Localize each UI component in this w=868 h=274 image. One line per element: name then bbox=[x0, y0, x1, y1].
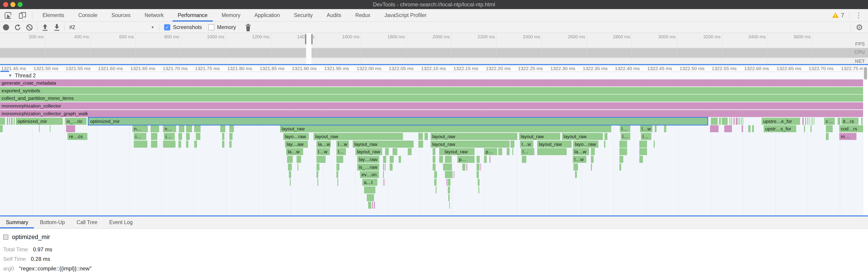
flame-bar[interactable]: l…w bbox=[316, 148, 330, 155]
flame-bar[interactable] bbox=[743, 118, 743, 125]
flame-bar[interactable]: l… bbox=[621, 133, 630, 140]
flame-bar[interactable] bbox=[385, 148, 389, 155]
overview-selection-window[interactable] bbox=[306, 33, 312, 64]
flame-bar[interactable]: i… bbox=[134, 133, 146, 140]
flame-bar[interactable] bbox=[446, 179, 447, 186]
screenshots-checkbox[interactable]: ✓ bbox=[164, 24, 170, 30]
flame-bar[interactable]: layout_raw bbox=[355, 148, 382, 155]
flame-bar[interactable] bbox=[393, 148, 397, 155]
flame-bar[interactable] bbox=[316, 171, 318, 178]
flame-bar[interactable] bbox=[178, 141, 181, 148]
save-profile-button[interactable] bbox=[51, 23, 63, 32]
flame-bar[interactable] bbox=[664, 125, 666, 132]
flame-bar[interactable]: layo…raw bbox=[283, 133, 309, 140]
flame-bar[interactable]: layout_raw bbox=[562, 133, 603, 140]
tab-application[interactable]: Application bbox=[247, 9, 287, 22]
flame-bar[interactable] bbox=[809, 118, 810, 125]
flame-bar[interactable] bbox=[289, 171, 291, 178]
flame-bar[interactable]: l… bbox=[620, 125, 630, 132]
flame-bar[interactable] bbox=[439, 156, 443, 163]
flame-bar[interactable] bbox=[383, 179, 384, 186]
flame-bar[interactable] bbox=[748, 125, 750, 132]
flame-bar[interactable] bbox=[336, 156, 343, 163]
flame-bar[interactable] bbox=[368, 202, 371, 209]
flame-bar[interactable]: it…rs bbox=[841, 118, 859, 125]
flame-bar[interactable] bbox=[739, 118, 740, 125]
flame-bar[interactable] bbox=[804, 125, 805, 132]
flame-bar[interactable] bbox=[861, 118, 863, 125]
flame-bar[interactable] bbox=[814, 118, 814, 125]
flame-bar[interactable]: c… bbox=[824, 118, 835, 125]
tab-security[interactable]: Security bbox=[287, 9, 320, 22]
load-profile-button[interactable] bbox=[39, 23, 51, 32]
tab-redux[interactable]: Redux bbox=[348, 9, 377, 22]
flame-bar[interactable]: layout_raw bbox=[431, 141, 509, 148]
flame-bar[interactable] bbox=[7, 118, 8, 125]
flame-bar[interactable] bbox=[736, 118, 738, 125]
flame-bar[interactable] bbox=[222, 141, 224, 148]
flame-bar[interactable] bbox=[229, 133, 232, 140]
flame-bar[interactable]: lay…aw bbox=[285, 141, 308, 148]
flame-bar[interactable] bbox=[439, 148, 443, 155]
tab-sources[interactable]: Sources bbox=[104, 9, 137, 22]
timeline-overview[interactable]: 200 ms400 ms600 ms800 ms1000 ms1200 ms14… bbox=[0, 33, 868, 64]
detail-tab-call-tree[interactable]: Call Tree bbox=[71, 216, 103, 228]
device-toolbar-icon[interactable] bbox=[16, 10, 29, 20]
flame-bar[interactable]: cod…rs bbox=[839, 125, 863, 132]
flame-bar[interactable] bbox=[604, 141, 606, 148]
flame-bar[interactable]: la…w bbox=[316, 141, 331, 148]
flame-bar[interactable]: upstre…e_for bbox=[762, 118, 800, 125]
reload-and-profile-button[interactable] bbox=[12, 23, 24, 32]
flame-bar[interactable]: l…w bbox=[573, 156, 586, 163]
flame-bar[interactable] bbox=[383, 171, 384, 178]
inspect-element-icon[interactable] bbox=[1, 10, 14, 20]
flame-bar[interactable] bbox=[151, 133, 157, 140]
flame-bar[interactable] bbox=[374, 202, 375, 209]
flame-bar[interactable] bbox=[196, 133, 200, 140]
flame-bar[interactable] bbox=[194, 125, 200, 132]
flame-bar[interactable] bbox=[186, 141, 188, 148]
tab-javascript-profiler[interactable]: JavaScript Profiler bbox=[377, 9, 434, 22]
flame-bar[interactable] bbox=[575, 171, 577, 178]
flame-bar[interactable] bbox=[13, 118, 15, 125]
flame-bar[interactable]: generate_crate_metadata bbox=[0, 79, 863, 86]
flame-bar[interactable] bbox=[507, 148, 509, 155]
detail-tab-summary[interactable]: Summary bbox=[0, 216, 34, 228]
flame-bar[interactable] bbox=[179, 125, 184, 132]
flame-bar[interactable]: l… bbox=[641, 133, 651, 140]
flame-bar[interactable] bbox=[384, 179, 385, 186]
flame-bar[interactable]: monomorphization_collector_graph_walk bbox=[0, 110, 863, 117]
flame-scrollbar-thumb[interactable] bbox=[864, 67, 867, 80]
flame-bar[interactable] bbox=[399, 156, 401, 163]
flame-bar[interactable] bbox=[537, 148, 567, 155]
flame-bar[interactable] bbox=[66, 125, 75, 132]
flame-bar[interactable] bbox=[39, 125, 40, 132]
flame-bar[interactable]: i… bbox=[164, 133, 175, 140]
flame-bar[interactable] bbox=[448, 194, 450, 201]
flame-bar[interactable]: layout_raw bbox=[314, 133, 403, 140]
flame-bar[interactable] bbox=[390, 156, 394, 163]
console-warnings-badge[interactable]: 7 bbox=[832, 12, 844, 19]
flame-bar[interactable] bbox=[498, 148, 502, 155]
flame-bar[interactable] bbox=[454, 171, 454, 178]
flame-bar[interactable]: l…w bbox=[520, 141, 533, 148]
flame-bar[interactable]: n… bbox=[132, 125, 148, 132]
flame-bar[interactable] bbox=[445, 156, 452, 163]
flame-bar[interactable] bbox=[287, 156, 293, 163]
flame-bar[interactable] bbox=[591, 148, 595, 155]
flame-bar[interactable] bbox=[336, 164, 339, 170]
flame-bar[interactable] bbox=[337, 179, 338, 186]
flame-bar-selected[interactable]: optimized_mir bbox=[88, 117, 708, 126]
tab-network[interactable]: Network bbox=[138, 9, 171, 22]
flame-bar[interactable] bbox=[810, 125, 812, 132]
thread-group-header[interactable]: ▼ Thread 2 bbox=[0, 72, 868, 79]
detail-tab-event-log[interactable]: Event Log bbox=[103, 216, 138, 228]
flame-bar[interactable] bbox=[490, 156, 490, 163]
flame-bar[interactable] bbox=[434, 179, 436, 186]
flame-bar[interactable] bbox=[443, 164, 452, 170]
flame-bar[interactable] bbox=[522, 156, 526, 163]
flame-bar[interactable] bbox=[433, 156, 435, 163]
flame-bar[interactable] bbox=[719, 118, 721, 125]
flame-bar[interactable] bbox=[462, 164, 465, 170]
flame-bar[interactable] bbox=[425, 133, 428, 140]
